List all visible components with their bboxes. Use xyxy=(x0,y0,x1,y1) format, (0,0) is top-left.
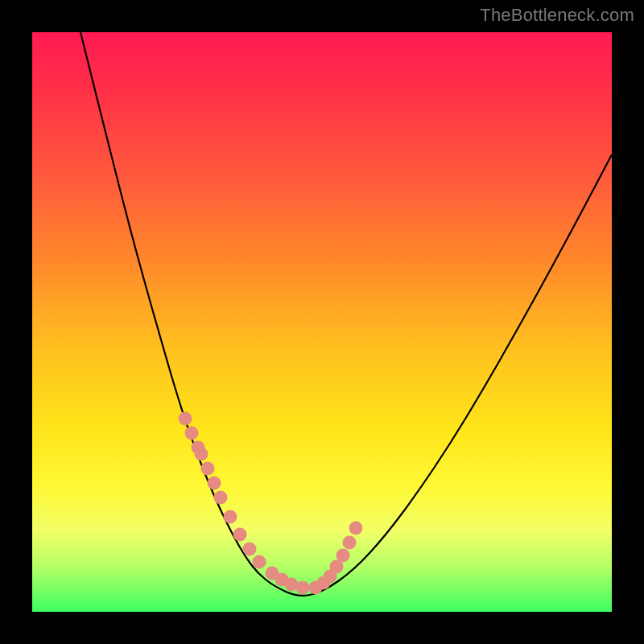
marker-point xyxy=(343,536,357,550)
marker-point xyxy=(224,510,237,524)
marker-point xyxy=(185,427,199,440)
marker-point xyxy=(253,555,266,569)
marker-point xyxy=(214,491,228,505)
chart-svg xyxy=(32,32,612,612)
marker-point xyxy=(195,448,208,461)
marker-point xyxy=(336,549,350,563)
bottleneck-curve xyxy=(80,32,612,596)
plot-area xyxy=(32,32,612,612)
watermark-text: TheBottleneck.com xyxy=(480,5,634,26)
marker-point xyxy=(201,462,215,476)
marker-group xyxy=(179,412,363,595)
chart-frame: TheBottleneck.com xyxy=(0,0,644,644)
marker-point xyxy=(233,528,247,542)
marker-point xyxy=(349,522,363,535)
marker-point xyxy=(296,581,310,595)
marker-point xyxy=(179,412,192,426)
marker-point xyxy=(208,477,221,490)
marker-point xyxy=(243,543,257,556)
